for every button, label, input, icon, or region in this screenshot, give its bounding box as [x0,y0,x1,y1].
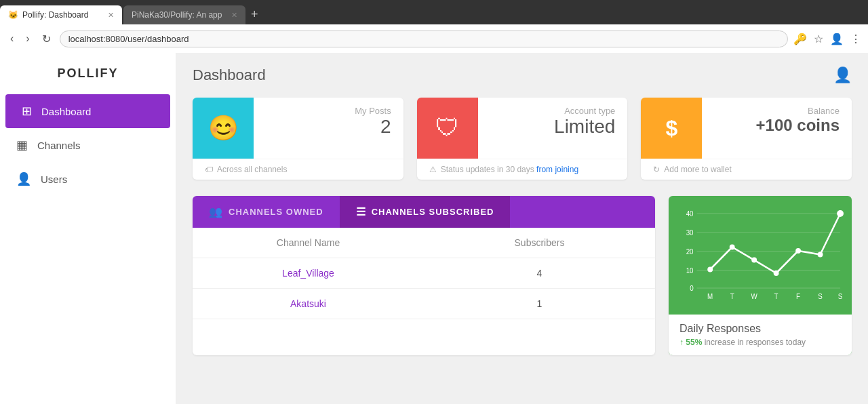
users-icon: 👤 [16,171,31,186]
account-body: Account type Limited [478,98,628,159]
daily-responses-chart: 40 30 20 10 0 [677,207,844,302]
balance-footer-text: Add more to wallet [664,165,731,174]
tab-channels-subscribed[interactable]: ☰ CHANNELS SUBSCRIBED [340,196,511,228]
posts-value: 2 [266,116,391,138]
new-tab-button[interactable]: + [245,7,264,22]
header-account-icon[interactable]: 👤 [833,66,852,84]
forward-button[interactable]: › [22,31,33,46]
chart-panel: 40 30 20 10 0 [669,196,852,355]
balance-label: Balance [714,106,840,116]
channels-panel: 👥 CHANNELS OWNED ☰ CHANNELS SUBSCRIBED C… [193,196,655,355]
svg-text:F: F [796,293,800,300]
balance-body: Balance +100 coins [702,98,852,159]
nav-icons: 🔑 ☆ 👤 ⋮ [793,33,861,45]
chart-subtitle: ↑ 55% increase in responses today [679,338,841,347]
page-title: Dashboard [193,66,266,84]
sidebar-item-users[interactable]: 👤 Users [0,162,176,196]
channel-subs-akatsuki: 1 [424,298,655,309]
sidebar-label-dashboard: Dashboard [41,106,91,117]
svg-text:0: 0 [690,285,694,292]
account-label: Account type [490,106,616,116]
svg-text:30: 30 [686,229,694,237]
chart-subtitle-text: increase in responses today [705,338,806,347]
card-top-balance: $ Balance +100 coins [641,98,852,159]
card-my-posts: 😊 My Posts 2 🏷 Across all channels [193,98,403,180]
col-channel-name: Channel Name [193,237,424,248]
app-logo: POLLIFY [0,53,176,94]
sidebar-label-users: Users [41,174,67,185]
channels-owned-label: CHANNELS OWNED [229,207,323,217]
account-footer: ⚠ Status updates in 30 days from joining [417,159,628,180]
chart-footer: Daily Responses ↑ 55% increase in respon… [669,315,852,355]
nav-bar: ‹ › ↻ 🔑 ☆ 👤 ⋮ [0,24,868,53]
tab-inactive[interactable]: PiNaKa30/Pollify: An app ✕ [123,5,245,24]
account-icon[interactable]: 👤 [830,33,844,45]
back-button[interactable]: ‹ [7,31,17,46]
shield-icon: 🛡 [417,98,478,159]
tab-active[interactable]: 🐱 Pollify: Dashboard ✕ [0,5,122,24]
table-row: Akatsuki 1 [193,289,655,319]
account-value: Limited [490,116,616,138]
posts-icon: 😊 [193,98,254,159]
account-footer-text: Status updates in 30 days from joining [441,165,578,174]
warning-icon: ⚠ [429,165,437,174]
reload-button[interactable]: ↻ [39,31,54,47]
posts-footer: 🏷 Across all channels [193,159,403,180]
tag-icon: 🏷 [205,165,213,174]
tab-title-active: Pollify: Dashboard [22,10,88,20]
tab-close-inactive[interactable]: ✕ [231,11,237,20]
refresh-icon: ↻ [653,165,660,174]
sidebar-item-dashboard[interactable]: ⊞ Dashboard [5,94,170,128]
channel-name-akatsuki[interactable]: Akatsuki [193,298,424,309]
svg-text:10: 10 [686,267,694,275]
chart-title: Daily Responses [679,323,841,335]
posts-body: My Posts 2 [254,98,403,159]
from-joining-text: from joining [536,165,578,174]
channel-subs-leaf: 4 [424,268,655,279]
chart-area: 40 30 20 10 0 [669,196,852,315]
svg-text:S: S [818,293,823,300]
svg-text:T: T [774,293,778,300]
address-bar[interactable] [60,31,788,47]
key-icon[interactable]: 🔑 [793,33,807,45]
app-layout: POLLIFY ⊞ Dashboard ▦ Channels 👤 Users D… [0,53,868,404]
tab-title-inactive: PiNaKa30/Pollify: An app [132,10,222,20]
tab-close-active[interactable]: ✕ [108,11,114,20]
channels-icon: ▦ [16,138,28,153]
sidebar: POLLIFY ⊞ Dashboard ▦ Channels 👤 Users [0,53,176,404]
svg-text:S: S [838,293,843,300]
chart-point-2 [730,245,735,250]
sidebar-item-channels[interactable]: ▦ Channels [0,128,176,162]
channel-name-leaf[interactable]: Leaf_Village [193,268,424,279]
chart-point-3 [751,258,757,263]
page-header: Dashboard 👤 [193,66,852,84]
svg-text:T: T [730,293,734,300]
bottom-row: 👥 CHANNELS OWNED ☰ CHANNELS SUBSCRIBED C… [193,196,852,355]
svg-text:M: M [707,293,713,300]
tab-channels-owned[interactable]: 👥 CHANNELS OWNED [193,196,340,228]
tab-bar: 🐱 Pollify: Dashboard ✕ PiNaKa30/Pollify:… [0,0,868,24]
browser-chrome: 🐱 Pollify: Dashboard ✕ PiNaKa30/Pollify:… [0,0,868,53]
svg-text:40: 40 [686,210,694,218]
chart-point-6 [818,252,823,258]
posts-footer-text: Across all channels [217,165,287,174]
chart-point-5 [795,248,801,254]
main-content: Dashboard 👤 😊 My Posts 2 🏷 Across [176,53,868,404]
table-row: Leaf_Village 4 [193,258,655,289]
card-balance: $ Balance +100 coins ↻ Add more to walle… [641,98,852,180]
chart-point-7 [837,210,844,217]
channels-table: Channel Name Subscribers Leaf_Village 4 … [193,228,655,319]
chart-highlight: ↑ 55% [679,338,702,347]
svg-text:20: 20 [686,248,694,256]
channels-owned-icon: 👥 [209,205,223,218]
card-top-account: 🛡 Account type Limited [417,98,628,159]
card-account-type: 🛡 Account type Limited ⚠ Status updates … [417,98,628,180]
balance-amount: +100 coins [756,116,840,134]
cards-row: 😊 My Posts 2 🏷 Across all channels 🛡 [193,98,852,180]
balance-footer: ↻ Add more to wallet [641,159,852,180]
sidebar-label-channels: Channels [37,140,80,151]
menu-icon[interactable]: ⋮ [850,33,861,45]
star-icon[interactable]: ☆ [814,33,823,45]
svg-text:W: W [751,293,758,300]
chart-point-1 [707,267,713,272]
